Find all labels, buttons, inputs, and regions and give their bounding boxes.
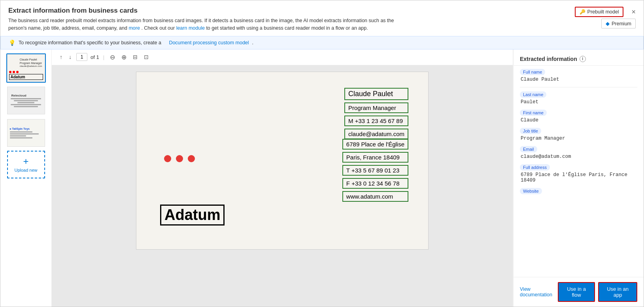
card-name: Claude Paulet xyxy=(344,88,408,100)
field-full-name: Full name Claude Paulet xyxy=(520,69,637,82)
thumb3-line2 xyxy=(10,133,39,135)
field-email: Email claude@adatum.com xyxy=(520,146,637,159)
thumb3-line3 xyxy=(10,135,26,136)
banner-text-end: . xyxy=(252,40,253,45)
diamond-icon: ◆ xyxy=(606,21,610,27)
thumb2-line3 xyxy=(17,102,34,103)
first-name-label: First name xyxy=(520,110,547,116)
prebuilt-model-button[interactable]: 🔑 Prebuilt model xyxy=(575,7,624,17)
desc-end: to get started with using a business car… xyxy=(206,25,368,31)
full-address-label: Full address xyxy=(520,164,550,171)
extracted-panel: Extracted information i Full name Claude… xyxy=(513,49,644,307)
card-address-section: 6789 Place de l'Église Paris, France 184… xyxy=(342,139,408,202)
extracted-title: Extracted information xyxy=(520,56,577,62)
document-viewer: ↑ ↓ of 1 | ⊖ ⊕ ⊟ ⊡ xyxy=(52,49,513,307)
full-name-value: Claude Paulet xyxy=(520,77,637,82)
card-address1: 6789 Place de l'Église xyxy=(342,139,408,150)
doc-toolbar: ↑ ↓ of 1 | ⊖ ⊕ ⊟ ⊡ xyxy=(52,49,513,65)
custom-model-link[interactable]: Document processing custom model xyxy=(169,40,249,45)
fit-page-button[interactable]: ⊡ xyxy=(142,53,150,61)
thumbnail-3[interactable]: ▸ TailSpin Toys xyxy=(6,118,46,148)
close-button[interactable]: × xyxy=(631,8,636,15)
page-up-button[interactable]: ↑ xyxy=(58,53,64,61)
extracted-header: Extracted information i xyxy=(514,49,644,66)
desc-rest: . Check out our xyxy=(141,25,175,31)
dialog: Extract information from business cards … xyxy=(0,0,644,307)
field-job-title: Job title Program Manager xyxy=(520,128,637,141)
business-card: Adatum Claude Paulet Program Manager M +… xyxy=(136,72,429,250)
page-number-input[interactable] xyxy=(76,53,87,61)
thumb2-line5 xyxy=(14,106,38,107)
page-of-label: of 1 xyxy=(91,54,99,60)
toolbar-separator: | xyxy=(103,54,104,60)
doc-content[interactable]: Adatum Claude Paulet Program Manager M +… xyxy=(52,65,513,307)
upload-new-button[interactable]: + Upload new xyxy=(7,151,45,178)
zoom-in-button[interactable]: ⊕ xyxy=(120,53,128,62)
premium-button[interactable]: ◆ Premium xyxy=(601,19,636,28)
page-down-button[interactable]: ↓ xyxy=(67,53,73,61)
card-decorative-dots xyxy=(164,155,195,162)
email-label: Email xyxy=(520,146,537,152)
dialog-header: Extract information from business cards … xyxy=(0,0,644,36)
info-banner: 💡 To recognize information that's specif… xyxy=(0,36,644,49)
job-title-label: Job title xyxy=(520,128,541,134)
dialog-title: Extract information from business cards xyxy=(8,7,567,15)
plus-icon: + xyxy=(23,157,28,166)
card-phone3: F +33 0 12 34 56 78 xyxy=(342,178,408,189)
email-value: claude@adatum.com xyxy=(520,154,637,159)
learn-module-link[interactable]: learn module xyxy=(176,25,205,31)
dot-2 xyxy=(176,155,183,162)
more-link[interactable]: more xyxy=(128,25,140,31)
extracted-content[interactable]: Full name Claude Paulet Last name Paulet… xyxy=(514,66,644,277)
last-name-label: Last name xyxy=(520,91,546,98)
banner-text: To recognize information that's specific… xyxy=(19,40,161,45)
last-name-value: Paulet xyxy=(520,99,637,105)
card-address2: Paris, France 18409 xyxy=(342,152,408,163)
dot-1 xyxy=(164,155,171,162)
info-icon: 💡 xyxy=(9,40,15,46)
thumb2-company: Relecloud xyxy=(9,94,26,97)
thumb2-line4 xyxy=(11,104,41,105)
job-title-value: Program Manager xyxy=(520,136,637,141)
thumbnail-3-image: ▸ TailSpin Toys xyxy=(7,119,45,147)
dialog-description: The business card reader prebuilt model … xyxy=(8,17,404,32)
premium-button-label: Premium xyxy=(612,21,631,27)
zoom-out-button[interactable]: ⊖ xyxy=(108,53,117,62)
full-name-label: Full name xyxy=(520,69,545,75)
use-in-app-button[interactable]: Use in an app xyxy=(598,282,637,302)
card-phone1: M +33 1 23 45 67 89 xyxy=(344,116,408,126)
thumb2-line2 xyxy=(14,100,38,101)
use-in-flow-button[interactable]: Use in a flow xyxy=(558,282,595,302)
card-website: www.adatum.com xyxy=(342,191,408,202)
thumb3-line1 xyxy=(10,131,32,133)
thumbnail-1-image: Claude Paulet Program Manager claude@ada… xyxy=(7,54,45,82)
thumbnail-1[interactable]: Claude Paulet Program Manager claude@ada… xyxy=(6,53,46,83)
card-phone2: T +33 5 67 89 01 23 xyxy=(342,165,408,176)
info-circle-icon: i xyxy=(580,56,586,62)
dot-3 xyxy=(188,155,195,162)
fit-width-button[interactable]: ⊟ xyxy=(131,53,139,61)
thumbnail-2-image: Relecloud xyxy=(7,87,45,114)
view-documentation-link[interactable]: View documentation xyxy=(520,286,555,298)
thumb3-label: ▸ TailSpin Toys xyxy=(10,127,42,131)
field-last-name: Last name Paulet xyxy=(520,91,637,105)
field-website: Website xyxy=(520,188,637,196)
full-address-value: 6789 Place de l'Église Paris, France 184… xyxy=(520,172,637,183)
card-company-name: Adatum xyxy=(160,205,225,226)
thumb3-line4 xyxy=(10,137,32,138)
main-content: Claude Paulet Program Manager claude@ada… xyxy=(0,49,644,307)
first-name-value: Claude xyxy=(520,117,637,123)
upload-label: Upload new xyxy=(14,168,37,172)
card-email: claude@adatum.com xyxy=(344,129,408,139)
website-label: Website xyxy=(520,188,542,194)
field-full-address: Full address 6789 Place de l'Église Pari… xyxy=(520,164,637,183)
card-job-title: Program Manager xyxy=(344,102,408,113)
thumb2-line1 xyxy=(11,98,41,99)
card-info-section: Claude Paulet Program Manager M +33 1 23… xyxy=(344,88,408,139)
thumbnails-panel: Claude Paulet Program Manager claude@ada… xyxy=(0,49,52,307)
extracted-footer: View documentation Use in a flow Use in … xyxy=(514,277,644,307)
dialog-top-actions: 🔑 Prebuilt model × ◆ Premium xyxy=(575,7,636,28)
dialog-title-area: Extract information from business cards … xyxy=(8,7,567,32)
field-first-name: First name Claude xyxy=(520,110,637,123)
thumbnail-2[interactable]: Relecloud xyxy=(6,86,46,115)
